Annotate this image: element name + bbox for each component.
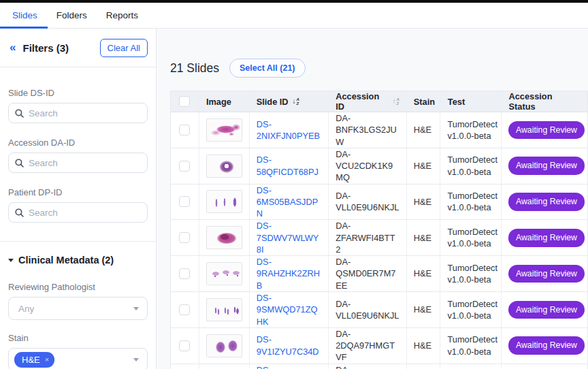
column-header-test: Test: [441, 91, 502, 112]
clinical-metadata-section-toggle[interactable]: Clinical Metadata (2): [8, 255, 148, 266]
top-navigation: Slides Folders Reports: [0, 3, 588, 29]
stain-chip-label: H&E: [22, 355, 40, 365]
table-row: DS-7SDWV7WLWY8I DA-ZFARWFI4BTT2 H&E Tumo…: [171, 220, 587, 256]
slide-thumbnail[interactable]: [206, 155, 242, 178]
slide-ds-id-search[interactable]: [8, 103, 148, 123]
accession-id: DA-VLL0E9U6NKJL: [336, 298, 399, 322]
row-checkbox[interactable]: [179, 161, 190, 172]
accession-id: DA-QSMD0ER7M7EE: [336, 364, 399, 369]
stain-chip: H&E ×: [14, 352, 54, 368]
reviewing-pathologist-select[interactable]: Any: [8, 297, 148, 320]
column-header-accession-id[interactable]: Accession ID ↑AZ: [329, 91, 407, 112]
slide-thumbnail[interactable]: [206, 118, 242, 142]
accession-da-id-search[interactable]: [8, 153, 148, 173]
clear-all-button[interactable]: Clear All: [100, 39, 148, 57]
tab-reports[interactable]: Reports: [97, 10, 148, 20]
status-badge: Awaiting Review: [508, 193, 585, 211]
slide-id-link[interactable]: DS-9SMWQD71ZQHK: [257, 292, 321, 327]
table-row: DS-9SMWQD71ZQHK DA-VLL0E9U6NKJL H&E Tumo…: [171, 292, 587, 328]
slide-thumbnail[interactable]: [206, 262, 242, 285]
caret-down-icon: [8, 259, 14, 262]
test-value: TumorDetect v1.0.0-beta: [447, 154, 498, 178]
row-checkbox[interactable]: [179, 196, 190, 207]
status-badge: Awaiting Review: [508, 157, 585, 175]
select-all-checkbox[interactable]: [179, 96, 190, 107]
status-badge: Awaiting Review: [508, 265, 585, 283]
row-checkbox[interactable]: [179, 340, 190, 351]
stain-value: H&E: [414, 340, 431, 351]
chevron-down-icon: [133, 307, 139, 310]
slide-id-link[interactable]: DS-9V1IZYU7C34D: [257, 334, 321, 357]
stain-select[interactable]: H&E ×: [8, 348, 148, 369]
stain-value: H&E: [414, 124, 431, 135]
accession-id: DA-VLL0E9U6NKJL: [336, 190, 399, 214]
column-header-slide-id[interactable]: Slide ID ↓AZ: [250, 91, 329, 112]
patient-dp-id-label: Patient DP-ID: [8, 187, 148, 197]
accession-id: DA-QSMD0ER7M7EE: [336, 256, 399, 291]
table-header: Image Slide ID ↓AZ Accession ID ↑AZ Stai…: [171, 91, 587, 112]
select-all-button[interactable]: Select All (21): [229, 59, 306, 78]
sort-desc-icon[interactable]: ↓AZ: [293, 97, 299, 106]
column-header-image: Image: [199, 91, 250, 112]
test-value: TumorDetect v1.0.0-beta: [447, 190, 498, 214]
test-value: TumorDetect v1.0.0-beta: [447, 334, 498, 357]
slide-id-link[interactable]: DS-2NIXFJN0PYEB: [257, 118, 321, 142]
slide-thumbnail[interactable]: [206, 190, 242, 213]
status-badge: Awaiting Review: [508, 301, 585, 319]
accession-da-id-input[interactable]: [29, 158, 141, 168]
search-icon: [15, 109, 24, 118]
active-tab-underline: [0, 27, 48, 29]
slide-id-link[interactable]: DS-6MS05BASJDPN: [257, 184, 321, 220]
slide-id-link[interactable]: DS-58QFICDT68PJ: [257, 154, 321, 178]
table-row: DS-9RAHZHK2ZRHB DA-QSMD0ER7M7EE H&E Tumo…: [171, 256, 587, 292]
patient-dp-id-input[interactable]: [29, 208, 141, 218]
slide-id-link[interactable]: DS-9RAHZHK2ZRHB: [257, 256, 321, 291]
slide-ds-id-label: Slide DS-ID: [8, 88, 148, 98]
slide-id-link[interactable]: DS-7SDWV7WLWY8I: [257, 220, 321, 255]
stain-value: H&E: [414, 196, 431, 208]
accession-id: DA-VCU2CDK1K9MQ: [336, 148, 399, 184]
slide-thumbnail[interactable]: [206, 298, 242, 321]
clinical-metadata-title: Clinical Metadata (2): [18, 255, 114, 266]
sort-asc-icon[interactable]: ↑AZ: [392, 97, 399, 106]
row-checkbox[interactable]: [179, 304, 190, 315]
table-row: DS-58QFICDT68PJ DA-VCU2CDK1K9MQ H&E Tumo…: [171, 148, 587, 184]
status-badge: Awaiting Review: [508, 121, 585, 140]
stain-value: H&E: [414, 232, 431, 244]
slides-table: Image Slide ID ↓AZ Accession ID ↑AZ Stai…: [170, 91, 588, 369]
slide-ds-id-input[interactable]: [29, 108, 141, 118]
row-checkbox[interactable]: [179, 268, 190, 279]
stain-value: H&E: [414, 268, 431, 279]
table-row: DS-2NIXFJN0PYEB DA-BNFK3LGS2JUW H&E Tumo…: [171, 112, 587, 148]
chevron-down-icon: [133, 358, 139, 362]
column-header-stain: Stain: [407, 91, 441, 112]
collapse-sidebar-icon[interactable]: «: [8, 41, 18, 56]
table-row: DS-CTMDJ3H0Y7IG DA-QSMD0ER7M7EE H&E Tumo…: [171, 364, 587, 369]
search-icon: [15, 159, 24, 167]
status-badge: Awaiting Review: [508, 229, 585, 247]
test-value: TumorDetect v1.0.0-beta: [447, 226, 498, 250]
filters-title: Filters (3): [22, 42, 99, 54]
patient-dp-id-search[interactable]: [8, 202, 148, 223]
slide-thumbnail[interactable]: [206, 334, 242, 357]
stain-value: H&E: [414, 160, 431, 172]
row-checkbox[interactable]: [179, 125, 190, 135]
accession-id: DA-2DQA97HMGTVF: [336, 328, 399, 364]
accession-da-id-label: Accession DA-ID: [8, 138, 148, 148]
status-badge: Awaiting Review: [508, 336, 585, 355]
page-title: 21 Slides: [170, 61, 219, 76]
accession-id: DA-ZFARWFI4BTT2: [336, 220, 399, 255]
tab-slides[interactable]: Slides: [0, 10, 47, 20]
table-row: DS-9V1IZYU7C34D DA-2DQA97HMGTVF H&E Tumo…: [171, 328, 587, 364]
chip-remove-icon[interactable]: ×: [45, 355, 49, 364]
search-icon: [15, 208, 24, 217]
accession-id: DA-BNFK3LGS2JUW: [336, 112, 399, 148]
row-checkbox[interactable]: [179, 232, 190, 243]
tab-folders[interactable]: Folders: [47, 10, 97, 20]
reviewing-pathologist-value: Any: [18, 304, 133, 314]
stain-label: Stain: [8, 333, 148, 343]
test-value: TumorDetect v1.0.0-beta: [447, 118, 498, 142]
slide-thumbnail[interactable]: [206, 226, 242, 249]
slide-id-link[interactable]: DS-CTMDJ3H0Y7IG: [257, 364, 321, 369]
table-row: DS-6MS05BASJDPN DA-VLL0E9U6NKJL H&E Tumo…: [171, 184, 587, 221]
